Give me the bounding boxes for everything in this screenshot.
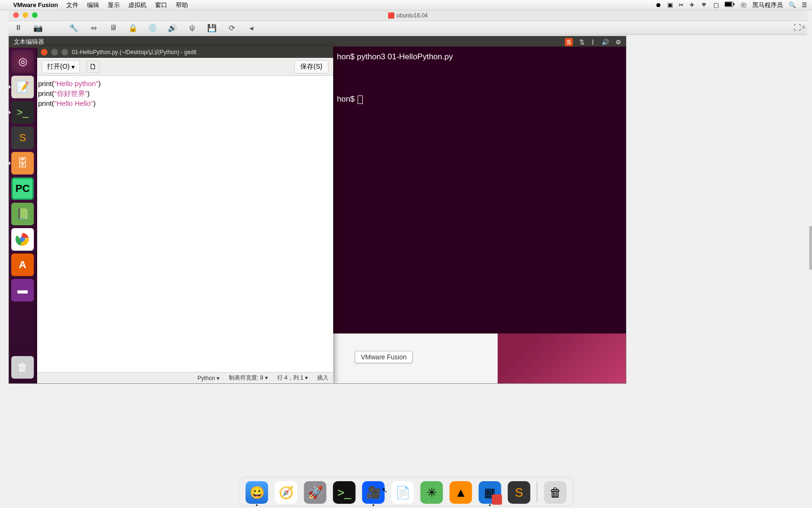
mouse-cursor: ↖ [382, 486, 388, 495]
cd-icon[interactable]: 💿 [148, 23, 158, 32]
launcher-files[interactable]: 🗄 [11, 152, 34, 175]
dock-tooltip: VMware Fusion [355, 351, 413, 363]
gedit-close[interactable] [41, 49, 47, 56]
panel-bluetooth-icon[interactable]: ᛒ [591, 39, 595, 46]
prompt-2: hon$ [337, 95, 355, 103]
window-minimize[interactable] [23, 12, 28, 18]
terminal-command: python3 01-HelloPython.py [355, 52, 453, 61]
prompt-1: hon$ [337, 52, 355, 61]
dock-finder[interactable]: 😀 [246, 481, 268, 504]
mac-dock: 😀 🧭 🚀 >_ 🎥 📄 ✳ ▲ ▦ S 🗑 [239, 477, 574, 506]
launcher-terminal[interactable]: >_ [11, 101, 34, 124]
launcher-sublime[interactable]: S [11, 127, 34, 149]
fusion-titlebar: 🟥 ubuntu16.04 [8, 10, 807, 21]
launcher-trash[interactable]: 🗑 [11, 356, 34, 379]
dock-trash[interactable]: 🗑 [544, 481, 567, 504]
pause-button[interactable]: ⏸ [13, 23, 23, 32]
gedit-newdoc-button[interactable]: 🗋 [86, 61, 100, 73]
launcher-color[interactable]: ▬ [11, 279, 34, 302]
panel-gear-icon[interactable]: ⚙ [616, 39, 621, 46]
spotlight-icon[interactable]: 🔍 [789, 1, 796, 8]
refresh-icon[interactable]: ⟳ [226, 23, 237, 32]
app-menu[interactable]: VMware Fusion [13, 1, 58, 8]
gedit-position[interactable]: 行 4，列 1 [277, 374, 308, 382]
fusion-window: 🟥 ubuntu16.04 ⏸ 📷 🔧 ⇔ 🖥 🔒 💿 🔊 ψ 💾 ⟳ ◂ ⛶ [8, 10, 807, 35]
wrench-icon[interactable]: 🔧 [69, 23, 79, 32]
scrollbar-right[interactable] [809, 226, 812, 270]
launcher-chrome[interactable] [11, 228, 34, 251]
launcher-store[interactable]: A [11, 254, 34, 276]
gedit-window: 01-HelloPython.py (~/Desktop/认识Python) -… [37, 47, 333, 383]
dock-vmware[interactable]: ▦ [479, 481, 501, 504]
gedit-tabwidth-selector[interactable]: 制表符宽度: 8 [229, 374, 268, 382]
panel-network-icon[interactable]: ⇅ [579, 39, 585, 46]
launcher-book[interactable]: 📗 [11, 203, 34, 225]
dock-vlc[interactable]: ▲ [450, 481, 472, 504]
menu-icon[interactable]: ☰ [802, 1, 807, 8]
launcher-gedit[interactable]: 📝 [11, 76, 34, 98]
menu-file[interactable]: 文件 [66, 1, 78, 9]
dock-iterm[interactable]: >_ [333, 481, 356, 504]
terminal-cursor [358, 95, 363, 104]
gedit-save-button[interactable]: 保存(S) [294, 60, 328, 73]
ubuntu-top-panel: 文本编辑器 S ⇅ ᛒ 🔊 ⚙ [9, 36, 626, 48]
menu-help[interactable]: 帮助 [176, 1, 188, 9]
usb-icon[interactable]: ψ [187, 23, 197, 32]
chevron-down-icon: ▾ [71, 63, 75, 71]
dock-safari[interactable]: 🧭 [275, 481, 297, 504]
ime-icon[interactable]: ㊥ [741, 1, 747, 9]
menu-vm[interactable]: 虚拟机 [128, 1, 147, 9]
gedit-toolbar: 打开(O) ▾ 🗋 保存(S) [37, 58, 333, 76]
dock-app-green[interactable]: ✳ [421, 481, 443, 504]
gedit-statusbar: Python 制表符宽度: 8 行 4，列 1 插入 [37, 372, 333, 383]
vm-title: 🟥 ubuntu16.04 [388, 12, 428, 19]
back-icon[interactable]: ◂ [246, 23, 257, 32]
sound-icon[interactable]: 🔊 [167, 23, 178, 32]
network-icon[interactable]: ⇔ [88, 23, 99, 32]
gedit-maximize[interactable] [62, 49, 68, 56]
dock-launchpad[interactable]: 🚀 [304, 481, 327, 504]
gedit-open-button[interactable]: 打开(O) ▾ [42, 60, 80, 73]
dock-notes[interactable]: 📄 [391, 481, 414, 504]
launcher-dash[interactable]: ◎ [11, 50, 34, 73]
vm-viewport: 文本编辑器 S ⇅ ᛒ 🔊 ⚙ ◎ 📝 >_ S 🗄 PC 📗 A ▬ 🗑 ho… [8, 36, 626, 384]
gedit-minimize[interactable] [51, 49, 58, 56]
menu-edit[interactable]: 编辑 [87, 1, 99, 9]
panel-app-title: 文本编辑器 [14, 38, 44, 46]
wifi-icon[interactable] [700, 1, 708, 8]
panel-ime[interactable]: S [565, 38, 573, 46]
panel-volume-icon[interactable]: 🔊 [601, 39, 609, 46]
gedit-lang-selector[interactable]: Python [197, 375, 219, 381]
launcher-pycharm[interactable]: PC [11, 177, 34, 200]
terminal-window[interactable]: hon$ python3 01-HelloPython.py hon$ [333, 47, 626, 333]
svg-rect-1 [725, 2, 732, 6]
window-maximize[interactable] [32, 12, 38, 18]
vmware-badge [492, 494, 502, 505]
display-icon[interactable]: 🖥 [108, 23, 118, 32]
plane-icon[interactable]: ✈ [689, 1, 695, 8]
gedit-insert-mode: 插入 [317, 374, 328, 382]
ubuntu-launcher: ◎ 📝 >_ S 🗄 PC 📗 A ▬ 🗑 [9, 48, 36, 383]
screenrec-icon[interactable]: ⏺ [656, 1, 662, 8]
new-tab-button[interactable]: + [799, 23, 808, 32]
svg-rect-2 [734, 3, 734, 5]
airplay-icon[interactable]: ▢ [713, 1, 719, 8]
window-close[interactable] [13, 12, 19, 18]
mac-menubar: VMware Fusion 文件 编辑 显示 虚拟机 窗口 帮助 ⏺ ▣ ✂ ✈… [0, 0, 812, 10]
dock-sublime[interactable]: S [508, 481, 531, 504]
scissors-icon[interactable]: ✂ [679, 1, 684, 8]
floppy-icon[interactable]: 💾 [207, 23, 217, 32]
display-icon[interactable]: ▣ [667, 1, 673, 8]
gedit-editor[interactable]: print("Hello python")print("你好世界")print(… [37, 76, 333, 372]
gedit-titlebar: 01-HelloPython.py (~/Desktop/认识Python) -… [37, 47, 333, 58]
user-name[interactable]: 黑马程序员 [752, 1, 783, 9]
fusion-toolbar: ⏸ 📷 🔧 ⇔ 🖥 🔒 💿 🔊 ψ 💾 ⟳ ◂ ⛶ [8, 21, 807, 35]
menu-window[interactable]: 窗口 [155, 1, 167, 9]
snapshot-button[interactable]: 📷 [33, 23, 43, 32]
lock-icon[interactable]: 🔒 [128, 23, 138, 32]
dock-divider [537, 481, 538, 502]
menu-view[interactable]: 显示 [108, 1, 120, 9]
gedit-title: 01-HelloPython.py (~/Desktop/认识Python) -… [72, 48, 196, 56]
battery-icon[interactable] [725, 1, 735, 8]
